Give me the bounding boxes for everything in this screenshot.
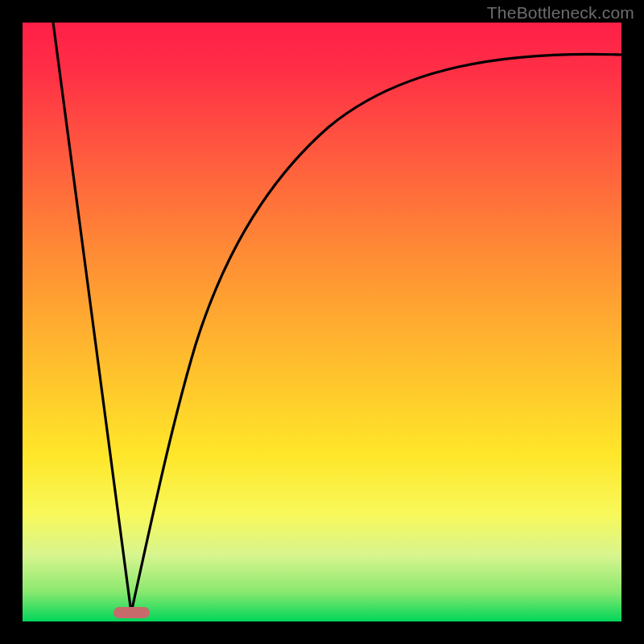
bottleneck-curve bbox=[23, 23, 621, 621]
curve-left-branch bbox=[53, 23, 131, 613]
curve-right-branch bbox=[131, 54, 621, 613]
plot-area bbox=[23, 23, 621, 621]
optimal-point-marker bbox=[114, 607, 150, 618]
watermark-text: TheBottleneck.com bbox=[487, 3, 634, 23]
chart-frame: TheBottleneck.com bbox=[0, 0, 644, 644]
